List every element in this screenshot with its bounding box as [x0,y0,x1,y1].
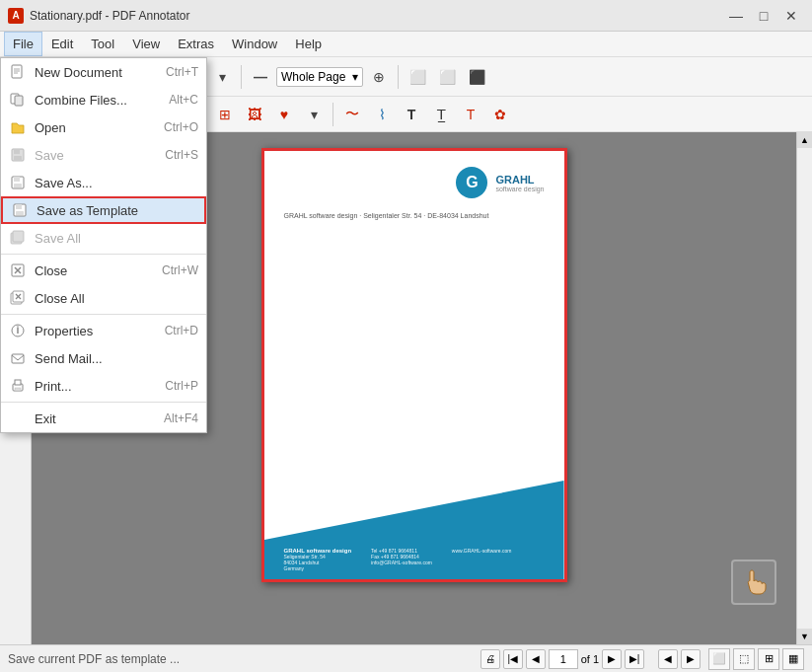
svg-rect-29 [15,380,21,385]
toolbar-page-view1[interactable]: ⬜ [404,63,431,91]
exit-label: Exit [35,411,156,426]
grahl-logo: G GRAHL software design [456,167,544,198]
footer-col-3: www.GRAHL-software.com [452,548,512,571]
zoom-dropdown-icon[interactable]: ▾ [352,70,358,84]
menu-edit[interactable]: Edit [42,32,82,56]
svg-rect-7 [14,149,20,154]
menu-print[interactable]: Print... Ctrl+P [1,372,206,400]
save-label: Save [35,148,157,163]
toolbar2-sep-1 [332,103,333,126]
save-template-label: Save as Template [37,203,188,218]
toolbar-sep-4 [241,65,242,89]
new-document-shortcut: Ctrl+T [166,65,198,79]
nav-last[interactable]: ▶| [625,649,644,669]
pdf-footer-content: GRAHL software design Seligentaler Str. … [264,540,564,579]
menu-save-all: Save All [1,224,206,252]
tool-stamp[interactable]: ⊞ [211,101,239,128]
nav-forward[interactable]: ▶ [681,649,701,669]
svg-rect-16 [13,231,24,242]
save-all-icon [9,229,27,247]
nav-first[interactable]: |◀ [503,649,523,669]
save-icon [9,146,27,164]
status-view-2[interactable]: ⬚ [733,648,755,670]
minimize-button[interactable]: — [723,5,749,27]
page-of: of [581,653,590,665]
new-document-label: New Document [35,65,158,80]
hand-tool-button[interactable] [731,560,776,605]
menu-help[interactable]: Help [286,32,331,56]
open-label: Open [35,120,156,135]
svg-rect-30 [15,388,21,391]
menu-exit[interactable]: Exit Alt+F4 [1,405,206,432]
scroll-up[interactable]: ▲ [797,132,813,148]
menu-extras[interactable]: Extras [169,32,223,56]
tool-text-t[interactable]: T [398,101,425,128]
combine-icon [9,91,27,109]
toolbar-zoom-in[interactable]: ⊕ [365,63,393,91]
svg-rect-5 [15,96,23,106]
right-scrollbar[interactable]: ▲ ▼ [796,132,812,644]
menu-file[interactable]: File [4,32,42,56]
save-template-icon [11,201,29,219]
menu-new-document[interactable]: New Document Ctrl+T [1,58,206,86]
menu-view[interactable]: View [123,32,169,56]
properties-icon [9,322,27,339]
grahl-name: GRAHL [495,174,544,186]
toolbar-sep-5 [398,65,399,89]
close-button[interactable]: ✕ [778,5,804,27]
window-title: Stationary.pdf - PDF Annotator [30,9,190,23]
zoom-label: Whole Page [281,70,350,84]
svg-rect-27 [12,354,24,363]
nav-print[interactable]: 🖨 [480,649,500,669]
menu-properties[interactable]: Properties Ctrl+D [1,317,206,344]
grahl-logo-text: GRAHL software design [495,174,544,192]
title-bar: A Stationary.pdf - PDF Annotator — □ ✕ [0,0,812,32]
save-as-icon [9,174,27,191]
menu-close[interactable]: Close Ctrl+W [1,257,206,284]
exit-icon [9,410,27,427]
toolbar-page-view3[interactable]: ⬛ [463,63,490,91]
tool-curve[interactable]: 〜 [338,101,366,128]
pdf-header: G GRAHL software design [264,151,564,208]
save-as-label: Save As... [35,176,190,190]
nav-prev[interactable]: ◀ [526,649,546,669]
tool-text-t3[interactable]: T [457,101,484,128]
page-number-input[interactable] [549,649,578,669]
menu-save-as-template[interactable]: Save as Template [1,196,206,224]
new-doc-icon [9,63,27,81]
status-view-1[interactable]: ⬜ [708,648,730,670]
svg-rect-11 [14,184,22,187]
menu-save-as[interactable]: Save As... [1,169,206,196]
status-view-3[interactable]: ⊞ [758,648,779,670]
zoom-selector[interactable]: Whole Page ▾ [276,67,363,87]
menu-open[interactable]: Open Ctrl+O [1,113,206,141]
scroll-down[interactable]: ▼ [797,629,813,644]
open-icon [9,118,27,136]
properties-shortcut: Ctrl+D [165,324,198,337]
toolbar-dropdown[interactable]: ▾ [208,63,236,91]
combine-shortcut: Alt+C [169,93,198,107]
nav-next[interactable]: ▶ [602,649,622,669]
tool-heart[interactable]: ♥ [270,101,298,128]
save-all-label: Save All [35,231,190,246]
tool-image[interactable]: 🖼 [241,101,268,128]
maximize-button[interactable]: □ [751,5,776,27]
menu-tool[interactable]: Tool [82,32,123,56]
combine-label: Combine Files... [35,93,161,108]
menu-window[interactable]: Window [223,32,286,56]
menu-close-all[interactable]: Close All [1,284,206,312]
toolbar-page-view2[interactable]: ⬜ [433,63,461,91]
menu-combine-files[interactable]: Combine Files... Alt+C [1,86,206,113]
tool-heart-dropdown[interactable]: ▾ [300,101,328,128]
nav-back[interactable]: ◀ [658,649,678,669]
menu-send-mail[interactable]: Send Mail... [1,344,206,372]
tool-text-t2[interactable]: T̲ [427,101,455,128]
footer-addr: Seligentaler Str. 5484034 LandshutGerman… [284,554,352,571]
status-view-4[interactable]: ▦ [782,648,804,670]
exit-shortcut: Alt+F4 [164,411,198,425]
tool-line2[interactable]: ⌇ [368,101,396,128]
print-icon [9,377,27,395]
status-bar: Save current PDF as template ... 🖨 |◀ ◀ … [0,644,812,672]
toolbar-zoom-out[interactable]: — [247,63,274,91]
tool-special[interactable]: ✿ [486,101,514,128]
